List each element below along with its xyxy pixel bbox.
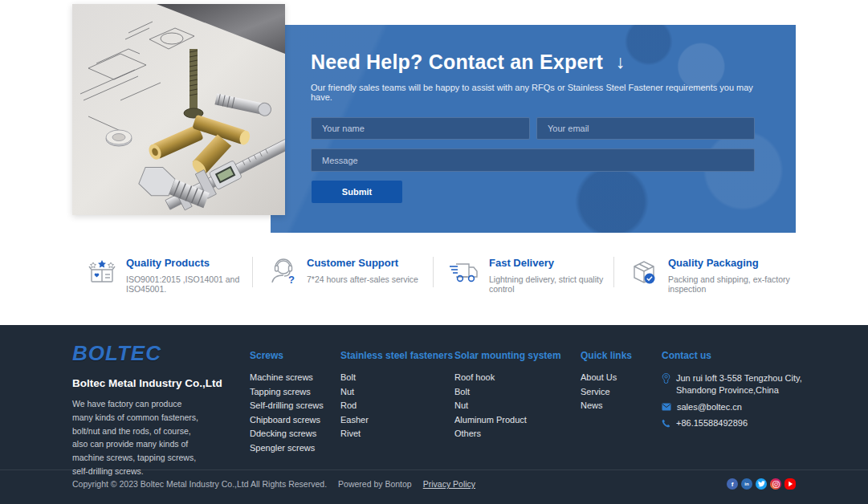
footer-column-screws: Screws Machine screws Tapping screws Sel… [250, 350, 324, 457]
footer-link[interactable]: News [581, 400, 632, 410]
footer-link[interactable]: Nut [340, 387, 453, 396]
column-heading: Quick links [581, 350, 632, 361]
footer-link[interactable]: Rod [340, 400, 453, 410]
footer-column-stainless-steel-fasteners: Stainless steel fasteners Bolt Nut Rod E… [340, 350, 453, 443]
company-description: We have factory can produce many kinds o… [72, 397, 202, 478]
page: Need Help? Contact an Expert↓ Our friend… [0, 0, 868, 504]
footer-link[interactable]: Ddecking screws [250, 429, 324, 438]
footer-link[interactable]: Aluminum Product [454, 415, 561, 425]
social-icons: f in [727, 478, 796, 490]
package-check-icon [629, 257, 659, 291]
footer-link[interactable]: Easher [340, 415, 453, 425]
phone-text: +86.15588492896 [676, 418, 748, 428]
footer-column-contact-us: Contact us Jun rui loft 3-558 Tengzhou C… [662, 350, 802, 435]
footer-link[interactable]: Others [454, 429, 561, 438]
phone-icon [662, 419, 670, 429]
footer-link[interactable]: Spengler screws [250, 443, 324, 453]
envelope-icon [662, 403, 671, 413]
footer-link[interactable]: Chipboard screws [250, 415, 324, 425]
linkedin-icon[interactable]: in [741, 478, 752, 490]
feature-desc: Lightning delivery, strict quality contr… [489, 274, 614, 294]
message-input[interactable] [311, 148, 755, 172]
youtube-icon[interactable] [784, 478, 796, 490]
column-heading: Stainless steel fasteners [340, 350, 453, 361]
feature-customer-support: ? Customer Support 7*24 hours after-sale… [253, 255, 434, 294]
submit-button[interactable]: Submit [312, 181, 402, 203]
fasteners-photo [72, 4, 285, 215]
powered-by-text: Powered by Bontop [338, 479, 412, 489]
footer-column-quick-links: Quick links About Us Service News [581, 350, 632, 415]
feature-desc: ISO9001:2015 ,ISO14001 and ISO45001. [126, 274, 253, 294]
cta-title: Need Help? Contact an Expert↓ [311, 51, 755, 74]
email-row[interactable]: sales@boltec.cn [662, 402, 802, 413]
footer-column-solar-mounting-system: Solar mounting system Roof hook Bolt Nut… [454, 350, 561, 443]
column-heading: Solar mounting system [454, 350, 561, 361]
column-heading: Contact us [662, 350, 802, 361]
footer-link[interactable]: Nut [454, 400, 561, 410]
feature-title: Quality Packaging [668, 257, 795, 269]
footer-link[interactable]: Bolt [454, 387, 561, 396]
address-row: Jun rui loft 3-558 Tengzhou City, Shando… [662, 372, 802, 396]
column-heading: Screws [250, 350, 324, 361]
footer-link[interactable]: Rivet [340, 429, 453, 438]
down-arrow-icon: ↓ [616, 51, 626, 72]
footer-link[interactable]: Machine screws [250, 372, 324, 382]
email-text: sales@boltec.cn [677, 402, 742, 412]
footer-link[interactable]: Roof hook [454, 372, 561, 382]
boltec-logo: BOLTEC [72, 341, 257, 366]
twitter-icon[interactable] [756, 478, 767, 490]
feature-title: Customer Support [307, 257, 418, 269]
box-stars-icon [87, 257, 117, 291]
address-line-1: Jun rui loft 3-558 Tengzhou City, [676, 373, 802, 383]
location-pin-icon [662, 373, 670, 385]
privacy-policy-link[interactable]: Privacy Policy [423, 479, 475, 489]
company-name: Boltec Metal Industry Co.,Ltd [72, 377, 257, 389]
footer-link[interactable]: About Us [581, 372, 632, 382]
copyright-text: Copyright © 2023 Boltec Metal Industry C… [72, 479, 327, 489]
footer-link[interactable]: Service [581, 387, 632, 396]
features-strip: Quality Products ISO9001:2015 ,ISO14001 … [72, 255, 796, 294]
feature-quality-packaging: Quality Packaging Packing and shipping, … [614, 255, 795, 294]
feature-quality-products: Quality Products ISO9001:2015 ,ISO14001 … [72, 255, 253, 294]
email-input[interactable] [536, 117, 755, 140]
name-input[interactable] [311, 117, 530, 140]
footer: BOLTEC Boltec Metal Industry Co.,Ltd We … [0, 325, 868, 504]
svg-text:?: ? [288, 274, 295, 286]
feature-fast-delivery: Fast Delivery Lightning delivery, strict… [434, 255, 614, 294]
feature-title: Fast Delivery [489, 257, 614, 269]
phone-row[interactable]: +86.15588492896 [662, 418, 802, 429]
headset-icon: ? [267, 257, 298, 291]
cta-subtitle: Our friendly sales teams will be happy t… [311, 83, 755, 102]
footer-link[interactable]: Self-drilling screws [250, 400, 324, 410]
footer-link[interactable]: Bolt [340, 372, 453, 382]
feature-desc: 7*24 hours after-sales service [307, 274, 418, 284]
footer-divider [0, 469, 868, 470]
truck-icon [448, 257, 480, 291]
facebook-icon[interactable]: f [727, 478, 738, 490]
contact-expert-panel: Need Help? Contact an Expert↓ Our friend… [271, 25, 796, 233]
instagram-icon[interactable] [770, 478, 781, 490]
footer-link[interactable]: Tapping screws [250, 387, 324, 396]
feature-title: Quality Products [126, 257, 253, 269]
address-line-2: Shandong Province,China [676, 385, 779, 395]
feature-desc: Packing and shipping, ex-factory inspect… [668, 274, 795, 294]
